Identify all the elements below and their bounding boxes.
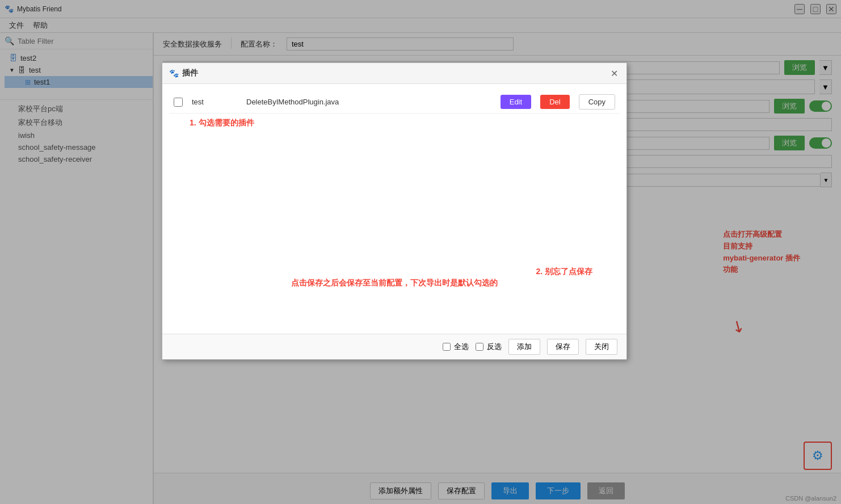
invert-checkbox[interactable] xyxy=(476,343,483,351)
modal-title: 🐾 插件 xyxy=(169,68,198,78)
close-plugin-button[interactable]: 关闭 xyxy=(586,339,617,355)
modal-close-button[interactable]: ✕ xyxy=(608,68,620,79)
add-plugin-button[interactable]: 添加 xyxy=(508,339,540,355)
modal-title-text: 插件 xyxy=(182,68,198,78)
plugin-name: test xyxy=(192,98,237,106)
modal-footer: 全选 反选 添加 保存 关闭 xyxy=(162,334,626,359)
footer-select-all: 全选 xyxy=(443,342,469,352)
plugin-checkbox[interactable] xyxy=(174,98,183,107)
footer-invert: 反选 xyxy=(476,342,502,352)
modal-title-icon: 🐾 xyxy=(169,69,179,78)
modal-header: 🐾 插件 ✕ xyxy=(162,63,626,84)
copy-plugin-button[interactable]: Copy xyxy=(579,94,615,110)
annotation-mid: 点击保存之后会保存至当前配置，下次导出时是默认勾选的 xyxy=(185,278,604,288)
save-plugin-button[interactable]: 保存 xyxy=(547,339,579,355)
modal-body: test DeleteByIMethodPlugin.java Edit Del… xyxy=(162,84,626,334)
plugin-row: test DeleteByIMethodPlugin.java Edit Del… xyxy=(169,91,620,114)
select-all-checkbox[interactable] xyxy=(443,343,451,351)
edit-plugin-button[interactable]: Edit xyxy=(501,95,531,109)
select-all-label: 全选 xyxy=(454,342,469,352)
del-plugin-button[interactable]: Del xyxy=(540,95,570,109)
annotation-step2: 2. 别忘了点保存 xyxy=(536,267,592,277)
plugin-file: DeleteByIMethodPlugin.java xyxy=(246,98,491,106)
plugin-modal: 🐾 插件 ✕ test DeleteByIMethodPlugin.java E… xyxy=(162,62,627,360)
annotation-step1: 1. 勾选需要的插件 xyxy=(169,114,620,128)
invert-label: 反选 xyxy=(487,342,502,352)
